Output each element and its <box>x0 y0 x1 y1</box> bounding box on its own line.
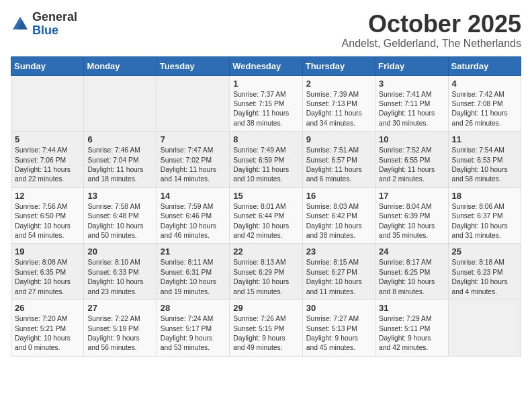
day-info: Sunrise: 8:17 AM Sunset: 6:25 PM Dayligh… <box>379 258 444 297</box>
day-info: Sunrise: 8:13 AM Sunset: 6:29 PM Dayligh… <box>233 258 298 297</box>
calendar-day-cell: 19Sunrise: 8:08 AM Sunset: 6:35 PM Dayli… <box>11 244 84 300</box>
logo-blue-text: Blue <box>32 24 58 37</box>
day-info: Sunrise: 7:37 AM Sunset: 7:15 PM Dayligh… <box>233 90 298 129</box>
day-number: 15 <box>233 191 298 201</box>
calendar-day-cell: 9Sunrise: 7:51 AM Sunset: 6:57 PM Daylig… <box>302 132 375 188</box>
day-number: 20 <box>87 246 152 257</box>
day-number: 30 <box>306 303 371 313</box>
day-info: Sunrise: 8:06 AM Sunset: 6:37 PM Dayligh… <box>452 202 517 241</box>
weekday-header: Monday <box>84 56 157 75</box>
calendar-week-row: 5Sunrise: 7:44 AM Sunset: 7:06 PM Daylig… <box>11 132 521 188</box>
calendar-header-row: SundayMondayTuesdayWednesdayThursdayFrid… <box>11 56 521 75</box>
calendar-day-cell <box>157 75 229 132</box>
page-header: General Blue October 2025 Andelst, Gelde… <box>11 11 521 50</box>
calendar-week-row: 19Sunrise: 8:08 AM Sunset: 6:35 PM Dayli… <box>11 244 521 300</box>
calendar-day-cell: 25Sunrise: 8:18 AM Sunset: 6:23 PM Dayli… <box>448 244 521 300</box>
calendar-week-row: 1Sunrise: 7:37 AM Sunset: 7:15 PM Daylig… <box>11 75 521 132</box>
calendar-day-cell: 10Sunrise: 7:52 AM Sunset: 6:55 PM Dayli… <box>375 132 448 188</box>
day-number: 1 <box>233 79 298 89</box>
day-info: Sunrise: 7:42 AM Sunset: 7:08 PM Dayligh… <box>452 90 517 129</box>
day-info: Sunrise: 8:15 AM Sunset: 6:27 PM Dayligh… <box>306 258 371 297</box>
day-number: 8 <box>233 134 298 144</box>
day-number: 25 <box>452 246 517 257</box>
day-info: Sunrise: 7:59 AM Sunset: 6:46 PM Dayligh… <box>161 202 226 241</box>
day-info: Sunrise: 8:08 AM Sunset: 6:35 PM Dayligh… <box>15 258 80 297</box>
day-info: Sunrise: 7:54 AM Sunset: 6:53 PM Dayligh… <box>452 146 517 185</box>
calendar-day-cell: 6Sunrise: 7:46 AM Sunset: 7:04 PM Daylig… <box>84 132 157 188</box>
day-info: Sunrise: 7:49 AM Sunset: 6:59 PM Dayligh… <box>233 146 298 185</box>
calendar-day-cell: 26Sunrise: 7:20 AM Sunset: 5:21 PM Dayli… <box>11 300 84 357</box>
calendar-day-cell <box>11 75 84 132</box>
day-number: 16 <box>306 191 371 201</box>
calendar-table: SundayMondayTuesdayWednesdayThursdayFrid… <box>11 56 521 357</box>
weekday-header: Friday <box>375 56 448 75</box>
day-info: Sunrise: 7:56 AM Sunset: 6:50 PM Dayligh… <box>15 202 80 241</box>
day-info: Sunrise: 7:51 AM Sunset: 6:57 PM Dayligh… <box>306 146 371 185</box>
logo-general-text: General <box>32 10 77 24</box>
day-info: Sunrise: 7:27 AM Sunset: 5:13 PM Dayligh… <box>306 314 371 353</box>
calendar-day-cell: 17Sunrise: 8:04 AM Sunset: 6:39 PM Dayli… <box>375 187 448 244</box>
day-info: Sunrise: 7:22 AM Sunset: 5:19 PM Dayligh… <box>87 314 152 353</box>
calendar-day-cell: 23Sunrise: 8:15 AM Sunset: 6:27 PM Dayli… <box>302 244 375 300</box>
calendar-day-cell: 15Sunrise: 8:01 AM Sunset: 6:44 PM Dayli… <box>230 187 302 244</box>
day-number: 6 <box>87 134 152 144</box>
day-info: Sunrise: 8:11 AM Sunset: 6:31 PM Dayligh… <box>161 258 226 297</box>
day-info: Sunrise: 7:20 AM Sunset: 5:21 PM Dayligh… <box>15 314 80 353</box>
calendar-day-cell: 12Sunrise: 7:56 AM Sunset: 6:50 PM Dayli… <box>11 187 84 244</box>
day-number: 21 <box>161 246 226 257</box>
day-number: 28 <box>161 303 226 313</box>
calendar-day-cell <box>448 300 521 357</box>
day-info: Sunrise: 8:03 AM Sunset: 6:42 PM Dayligh… <box>306 202 371 241</box>
calendar-day-cell: 27Sunrise: 7:22 AM Sunset: 5:19 PM Dayli… <box>84 300 157 357</box>
day-info: Sunrise: 8:04 AM Sunset: 6:39 PM Dayligh… <box>379 202 444 241</box>
day-number: 24 <box>379 246 444 257</box>
calendar-day-cell: 1Sunrise: 7:37 AM Sunset: 7:15 PM Daylig… <box>230 75 302 132</box>
day-info: Sunrise: 8:10 AM Sunset: 6:33 PM Dayligh… <box>87 258 152 297</box>
day-number: 2 <box>306 79 371 89</box>
day-info: Sunrise: 7:47 AM Sunset: 7:02 PM Dayligh… <box>161 146 226 185</box>
logo-icon <box>11 15 30 34</box>
calendar-day-cell <box>84 75 157 132</box>
calendar-day-cell: 31Sunrise: 7:29 AM Sunset: 5:11 PM Dayli… <box>375 300 448 357</box>
day-number: 7 <box>161 134 226 144</box>
calendar-day-cell: 29Sunrise: 7:26 AM Sunset: 5:15 PM Dayli… <box>230 300 302 357</box>
day-number: 12 <box>15 191 80 201</box>
day-info: Sunrise: 8:18 AM Sunset: 6:23 PM Dayligh… <box>452 258 517 297</box>
calendar-day-cell: 18Sunrise: 8:06 AM Sunset: 6:37 PM Dayli… <box>448 187 521 244</box>
day-info: Sunrise: 7:46 AM Sunset: 7:04 PM Dayligh… <box>87 146 152 185</box>
weekday-header: Saturday <box>448 56 521 75</box>
weekday-header: Sunday <box>11 56 84 75</box>
day-number: 14 <box>161 191 226 201</box>
day-info: Sunrise: 7:41 AM Sunset: 7:11 PM Dayligh… <box>379 90 444 129</box>
calendar-day-cell: 24Sunrise: 8:17 AM Sunset: 6:25 PM Dayli… <box>375 244 448 300</box>
calendar-day-cell: 3Sunrise: 7:41 AM Sunset: 7:11 PM Daylig… <box>375 75 448 132</box>
day-number: 9 <box>306 134 371 144</box>
calendar-day-cell: 21Sunrise: 8:11 AM Sunset: 6:31 PM Dayli… <box>157 244 229 300</box>
day-number: 31 <box>379 303 444 313</box>
day-number: 13 <box>87 191 152 201</box>
day-number: 4 <box>452 79 517 89</box>
calendar-day-cell: 28Sunrise: 7:24 AM Sunset: 5:17 PM Dayli… <box>157 300 229 357</box>
day-info: Sunrise: 7:52 AM Sunset: 6:55 PM Dayligh… <box>379 146 444 185</box>
day-number: 22 <box>233 246 298 257</box>
calendar-day-cell: 4Sunrise: 7:42 AM Sunset: 7:08 PM Daylig… <box>448 75 521 132</box>
calendar-day-cell: 30Sunrise: 7:27 AM Sunset: 5:13 PM Dayli… <box>302 300 375 357</box>
calendar-day-cell: 22Sunrise: 8:13 AM Sunset: 6:29 PM Dayli… <box>230 244 302 300</box>
day-number: 10 <box>379 134 444 144</box>
day-number: 19 <box>15 246 80 257</box>
weekday-header: Wednesday <box>230 56 302 75</box>
location-text: Andelst, Gelderland, The Netherlands <box>342 38 521 50</box>
day-number: 11 <box>452 134 517 144</box>
calendar-week-row: 12Sunrise: 7:56 AM Sunset: 6:50 PM Dayli… <box>11 187 521 244</box>
month-title: October 2025 <box>342 11 521 38</box>
calendar-day-cell: 16Sunrise: 8:03 AM Sunset: 6:42 PM Dayli… <box>302 187 375 244</box>
calendar-day-cell: 14Sunrise: 7:59 AM Sunset: 6:46 PM Dayli… <box>157 187 229 244</box>
day-number: 17 <box>379 191 444 201</box>
day-info: Sunrise: 7:58 AM Sunset: 6:48 PM Dayligh… <box>87 202 152 241</box>
day-number: 18 <box>452 191 517 201</box>
calendar-day-cell: 7Sunrise: 7:47 AM Sunset: 7:02 PM Daylig… <box>157 132 229 188</box>
day-number: 23 <box>306 246 371 257</box>
day-info: Sunrise: 8:01 AM Sunset: 6:44 PM Dayligh… <box>233 202 298 241</box>
calendar-week-row: 26Sunrise: 7:20 AM Sunset: 5:21 PM Dayli… <box>11 300 521 357</box>
logo: General Blue <box>11 11 77 38</box>
